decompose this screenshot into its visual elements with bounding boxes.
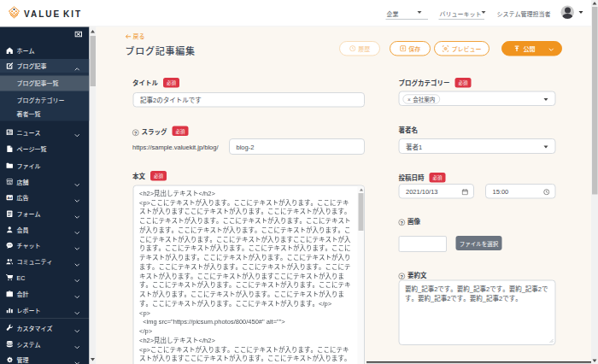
svg-text:Ad: Ad (7, 196, 12, 200)
